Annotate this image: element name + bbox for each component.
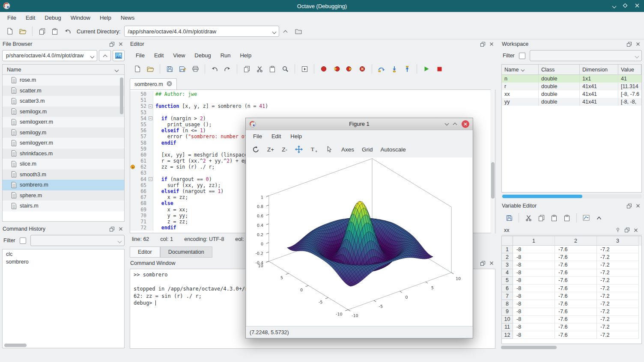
close-panel-icon[interactable] [488, 41, 495, 47]
editor-prev-breakpoint-button[interactable] [330, 63, 343, 75]
menu-edit[interactable]: Edit [21, 13, 40, 23]
tab-close-icon[interactable] [167, 81, 172, 88]
editor-menu-debug[interactable]: Debug [190, 50, 215, 60]
figure-window[interactable]: Figure 1 FileEditHelp Z+Z-T+AxesGridAuto… [245, 118, 473, 338]
variable-cell[interactable]: -7.2 [597, 323, 639, 331]
file-row-sphere.m[interactable]: sphere.m [3, 190, 124, 201]
figure-rotate-button[interactable] [249, 143, 262, 155]
workspace-hscrollbar[interactable] [501, 194, 642, 199]
row-header-6[interactable]: 6 [502, 285, 513, 292]
workspace-table-header[interactable]: Name Class Dimension Value [502, 65, 641, 75]
editor-print-button[interactable] [189, 63, 202, 75]
file-list-scrollbar[interactable] [119, 76, 124, 220]
ve-copy-button[interactable] [535, 212, 548, 224]
file-row-rose.m[interactable]: rose.m [3, 75, 124, 86]
menu-file[interactable]: File [3, 13, 21, 23]
history-item-sombrero[interactable]: sombrero [3, 258, 124, 266]
tab-editor[interactable]: Editor [130, 246, 160, 258]
ve-paste-button[interactable] [548, 212, 561, 224]
editor-step-in-button[interactable] [388, 63, 401, 75]
float-panel-icon[interactable] [626, 41, 632, 47]
float-panel-icon[interactable] [626, 202, 632, 209]
editor-copy-button[interactable] [240, 63, 253, 75]
variable-cell[interactable]: -7.6 [555, 261, 597, 269]
editor-paste-button[interactable] [266, 63, 279, 75]
workspace-filter-combo[interactable] [530, 50, 642, 61]
variable-cell[interactable]: -7.2 [597, 253, 639, 261]
editor-toggle-breakpoint-button[interactable] [317, 63, 330, 75]
figure-plot-area[interactable] [247, 157, 472, 327]
file-row-slice.m[interactable]: slice.m [3, 159, 124, 169]
variable-cell[interactable]: -7.2 [597, 246, 639, 253]
editor-new-file-button[interactable] [131, 63, 144, 75]
variable-cell[interactable]: -8 [513, 253, 555, 261]
close-icon[interactable] [462, 120, 469, 128]
editor-clear-breakpoints-button[interactable] [356, 63, 369, 75]
file-row-semilogx.m[interactable]: semilogx.m [3, 107, 124, 117]
one-directory-up-button[interactable] [99, 50, 111, 61]
figure-menu-file[interactable]: File [248, 131, 267, 141]
column-header-2[interactable]: 2 [555, 236, 597, 246]
variable-cell[interactable]: -7.6 [555, 285, 597, 292]
variable-cell[interactable]: -7.2 [597, 285, 639, 292]
workspace-row-r[interactable]: rdouble41x41[11.314 [502, 83, 641, 90]
float-panel-icon[interactable] [479, 41, 486, 47]
ve-up-button[interactable] [593, 212, 605, 224]
history-filter-checkbox[interactable] [20, 237, 26, 244]
row-header-4[interactable]: 4 [502, 269, 513, 277]
figure-z--button[interactable]: Z- [279, 145, 290, 154]
sombrero-surface-plot[interactable] [247, 157, 472, 327]
browse-directory-button[interactable] [292, 25, 305, 37]
figure-menu-edit[interactable]: Edit [267, 131, 286, 141]
menu-news[interactable]: News [116, 13, 140, 23]
variable-cell[interactable]: -7.6 [555, 308, 597, 316]
float-panel-icon[interactable] [623, 227, 630, 234]
editor-save-as-button[interactable] [176, 63, 189, 75]
variable-cell[interactable]: -7.6 [555, 300, 597, 308]
file-row-semilogy.m[interactable]: semilogy.m [3, 128, 124, 138]
editor-scrollbar[interactable] [491, 89, 495, 233]
editor-undo-button[interactable] [208, 63, 221, 75]
editor-step-over-button[interactable] [375, 63, 388, 75]
editor-menu-help[interactable]: Help [235, 50, 256, 60]
ve-plot-button[interactable] [580, 212, 593, 224]
titlebar[interactable]: Octave (Debugging) [0, 0, 644, 12]
variable-cell[interactable]: -7.2 [597, 331, 639, 339]
file-row-scatter3.m[interactable]: scatter3.m [3, 96, 124, 107]
close-panel-icon[interactable] [488, 260, 495, 267]
row-header-5[interactable]: 5 [502, 277, 513, 285]
variable-cell[interactable]: -7.6 [555, 253, 597, 261]
file-row-sombrero.m[interactable]: sombrero.m [3, 180, 124, 190]
variable-cell[interactable]: -8 [513, 261, 555, 269]
variable-cell[interactable]: -7.2 [597, 308, 639, 316]
close-icon[interactable] [635, 3, 640, 9]
main-undo-button[interactable] [61, 25, 74, 37]
code-line-53[interactable]: 53 [130, 110, 495, 116]
editor-step-out-button[interactable] [401, 63, 414, 75]
figure-grid-button[interactable]: Grid [359, 145, 376, 154]
close-panel-icon[interactable] [635, 41, 641, 47]
row-header-2[interactable]: 2 [502, 253, 513, 261]
editor-menu-run[interactable]: Run [216, 50, 236, 60]
variable-cell[interactable]: -7.6 [555, 246, 597, 253]
editor-menu-view[interactable]: View [168, 50, 190, 60]
row-header-8[interactable]: 8 [502, 300, 513, 308]
column-header-1[interactable]: 1 [513, 236, 555, 246]
editor-run-file-button[interactable] [298, 63, 311, 75]
file-row-semilogxerr.m[interactable]: semilogxerr.m [3, 117, 124, 128]
variable-cell[interactable]: -8 [513, 300, 555, 308]
ve-cut-button[interactable] [522, 212, 535, 224]
variable-cell[interactable]: -7.6 [555, 323, 597, 331]
variable-cell[interactable]: -8 [513, 246, 555, 253]
tab-documentation[interactable]: Documentation [160, 246, 212, 258]
row-header-7[interactable]: 7 [502, 292, 513, 300]
editor-save-button[interactable] [163, 63, 176, 75]
variable-cell[interactable]: -7.6 [555, 269, 597, 277]
variable-cell[interactable]: -7.2 [597, 261, 639, 269]
editor-open-file-button[interactable] [144, 63, 157, 75]
main-paste-button[interactable] [48, 25, 61, 37]
row-header-11[interactable]: 11 [502, 323, 513, 331]
variable-cell[interactable]: -8 [513, 323, 555, 331]
menu-debug[interactable]: Debug [40, 13, 66, 23]
editor-menu-file[interactable]: File [131, 50, 149, 60]
